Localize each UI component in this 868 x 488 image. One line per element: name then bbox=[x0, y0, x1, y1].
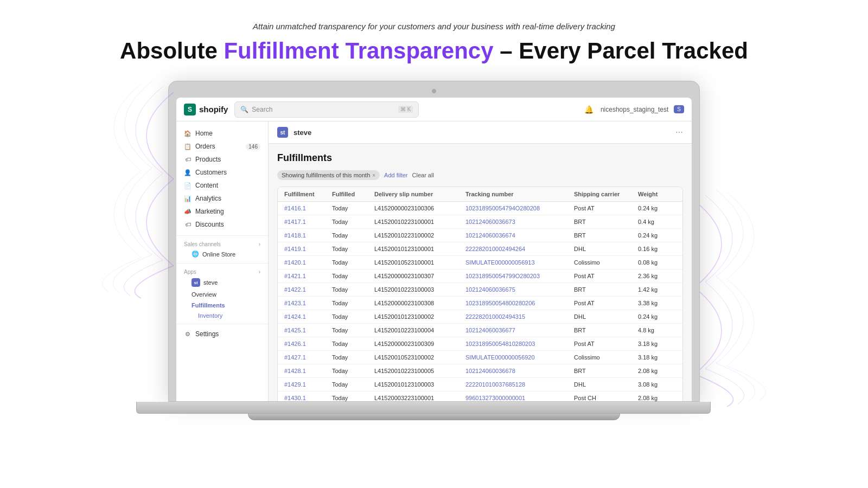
filter-close-icon[interactable]: × bbox=[372, 172, 375, 178]
sidebar-item-content[interactable]: 📄 Content bbox=[176, 179, 268, 192]
online-store-icon: 🌐 bbox=[192, 251, 199, 258]
sidebar-settings-label: Settings bbox=[195, 330, 219, 338]
content-header: st steve ⋯ bbox=[269, 121, 692, 144]
fulfillment-link[interactable]: #1427.1 bbox=[284, 354, 328, 361]
sidebar-item-analytics[interactable]: 📊 Analytics bbox=[176, 192, 268, 205]
filter-label: Showing fulfillments of this month bbox=[282, 172, 370, 178]
carrier: Post AT bbox=[574, 300, 634, 306]
slip-number: L41520003223100001 bbox=[374, 395, 461, 401]
tracking-number[interactable]: 102318950054810280203 bbox=[465, 341, 570, 347]
tracking-number[interactable]: 102124060036677 bbox=[465, 327, 570, 333]
fulfillment-link[interactable]: #1417.1 bbox=[284, 219, 328, 225]
weight: 3.38 kg bbox=[638, 300, 676, 306]
table-row: #1422.1 Today L41520010223100003 1021240… bbox=[278, 283, 682, 297]
sidebar-item-discounts[interactable]: 🏷 Discounts bbox=[176, 218, 268, 231]
fulfilled-date: Today bbox=[332, 341, 370, 347]
sidebar-item-home[interactable]: 🏠 Home bbox=[176, 127, 268, 140]
tracking-number[interactable]: 102318950054799O280203 bbox=[465, 273, 570, 279]
carrier: BRT bbox=[574, 232, 634, 239]
steve-app-badge: st bbox=[192, 278, 200, 287]
fulfillment-link[interactable]: #1425.1 bbox=[284, 327, 328, 333]
sidebar-item-inventory[interactable]: Inventory bbox=[176, 311, 268, 320]
sidebar-online-store-label: Online Store bbox=[202, 251, 235, 258]
slip-number: L41520000023100308 bbox=[374, 300, 461, 306]
fulfillment-link[interactable]: #1430.1 bbox=[284, 395, 328, 401]
sales-channels-expand-icon: › bbox=[259, 241, 260, 247]
add-filter-button[interactable]: Add filter bbox=[384, 172, 407, 178]
tracking-number[interactable]: 102124060036673 bbox=[465, 219, 570, 225]
content-icon: 📄 bbox=[184, 182, 192, 189]
bell-icon[interactable]: 🔔 bbox=[583, 104, 595, 115]
weight: 3.18 kg bbox=[638, 341, 676, 347]
sidebar-divider-3 bbox=[176, 324, 268, 324]
tracking-number[interactable]: SIMULATE000000056920 bbox=[465, 354, 570, 361]
carrier: BRT bbox=[574, 327, 634, 333]
table-row: #1428.1 Today L41520010223100005 1021240… bbox=[278, 364, 682, 378]
sidebar-item-customers[interactable]: 👤 Customers bbox=[176, 166, 268, 179]
laptop-foot bbox=[248, 414, 620, 420]
clear-all-button[interactable]: Clear all bbox=[412, 172, 434, 178]
fulfillment-link[interactable]: #1420.1 bbox=[284, 259, 328, 266]
customers-icon: 👤 bbox=[184, 169, 192, 176]
more-options-icon[interactable]: ⋯ bbox=[675, 128, 683, 137]
tracking-number[interactable]: 102318950054800280206 bbox=[465, 300, 570, 306]
sidebar-divider-1 bbox=[176, 235, 268, 236]
main-layout: 🏠 Home 📋 Orders 146 🏷 Products bbox=[176, 121, 692, 401]
fulfilled-date: Today bbox=[332, 300, 370, 306]
fulfillment-link[interactable]: #1428.1 bbox=[284, 368, 328, 374]
sidebar-content-label: Content bbox=[195, 182, 218, 189]
carrier: DHL bbox=[574, 246, 634, 252]
weight: 1.42 kg bbox=[638, 286, 676, 293]
tracking-number[interactable]: 102318950054794O280208 bbox=[465, 205, 570, 211]
carrier: Colissimo bbox=[574, 354, 634, 361]
sidebar-analytics-label: Analytics bbox=[195, 195, 221, 202]
slip-number: L41520010523100001 bbox=[374, 259, 461, 266]
fulfilled-date: Today bbox=[332, 354, 370, 361]
weight: 2.08 kg bbox=[638, 368, 676, 374]
table-row: #1416.1 Today L41520000023100306 1023189… bbox=[278, 202, 682, 215]
tracking-number[interactable]: SIMULATE000000056913 bbox=[465, 259, 570, 266]
sidebar-item-online-store[interactable]: 🌐 Online Store bbox=[176, 248, 268, 260]
fulfillment-link[interactable]: #1429.1 bbox=[284, 381, 328, 388]
fulfillment-link[interactable]: #1419.1 bbox=[284, 246, 328, 252]
orders-badge: 146 bbox=[246, 143, 260, 150]
fulfillment-link[interactable]: #1421.1 bbox=[284, 273, 328, 279]
carrier: BRT bbox=[574, 286, 634, 293]
tracking-number[interactable]: 222201010037685128 bbox=[465, 381, 570, 388]
tracking-number[interactable]: 222282010002494315 bbox=[465, 313, 570, 320]
table-row: #1421.1 Today L41520000023100307 1023189… bbox=[278, 269, 682, 283]
fulfillment-link[interactable]: #1426.1 bbox=[284, 341, 328, 347]
tracking-number[interactable]: 996013273000000001 bbox=[465, 395, 570, 401]
fulfillment-link[interactable]: #1423.1 bbox=[284, 300, 328, 306]
discounts-icon: 🏷 bbox=[184, 221, 192, 228]
filter-tag-month[interactable]: Showing fulfillments of this month × bbox=[277, 170, 380, 180]
fulfilled-date: Today bbox=[332, 219, 370, 225]
tracking-number[interactable]: 102124060036675 bbox=[465, 286, 570, 293]
sidebar-item-orders[interactable]: 📋 Orders 146 bbox=[176, 140, 268, 153]
fulfilled-date: Today bbox=[332, 259, 370, 266]
sidebar-item-fulfillments[interactable]: Fulfillments bbox=[176, 300, 268, 311]
tracking-number[interactable]: 102124060036678 bbox=[465, 368, 570, 374]
fulfillment-link[interactable]: #1416.1 bbox=[284, 205, 328, 211]
tracking-number[interactable]: 222282010002494264 bbox=[465, 246, 570, 252]
fulfillment-link[interactable]: #1424.1 bbox=[284, 313, 328, 320]
carrier: Colissimo bbox=[574, 259, 634, 266]
sidebar-item-settings[interactable]: ⚙ Settings bbox=[176, 328, 268, 341]
sidebar-discounts-label: Discounts bbox=[195, 221, 224, 228]
tracking-number[interactable]: 102124060036674 bbox=[465, 232, 570, 239]
sidebar-customers-label: Customers bbox=[195, 169, 227, 176]
sidebar-item-overview[interactable]: Overview bbox=[176, 289, 268, 300]
fulfillment-link[interactable]: #1418.1 bbox=[284, 232, 328, 239]
sidebar-item-products[interactable]: 🏷 Products bbox=[176, 153, 268, 166]
user-avatar: st bbox=[277, 127, 288, 138]
fulfillment-link[interactable]: #1422.1 bbox=[284, 286, 328, 293]
sidebar-item-steve-app[interactable]: st steve bbox=[176, 276, 268, 289]
fulfilled-date: Today bbox=[332, 327, 370, 333]
sidebar-item-marketing[interactable]: 📣 Marketing bbox=[176, 205, 268, 218]
sidebar-steve-label: steve bbox=[203, 279, 218, 286]
search-bar[interactable]: 🔍 Search ⌘ K bbox=[234, 101, 419, 118]
weight: 3.18 kg bbox=[638, 354, 676, 361]
col-carrier: Shipping carrier bbox=[574, 191, 634, 197]
fulfilled-date: Today bbox=[332, 246, 370, 252]
sidebar-divider-2 bbox=[176, 263, 268, 264]
